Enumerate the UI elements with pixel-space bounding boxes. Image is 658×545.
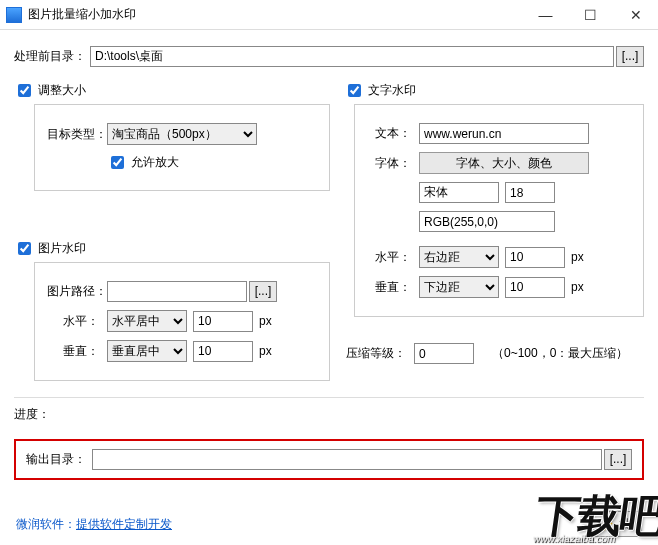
run-button[interactable]: ⚡ 批: [589, 511, 642, 537]
text-wm-checkbox-label: 文字水印: [368, 82, 416, 99]
font-picker-button[interactable]: 字体、大小、颜色: [419, 152, 589, 174]
progress-label: 进度：: [14, 406, 50, 423]
image-wm-group: 图片路径： [...] 水平： 水平居中 px 垂直： 垂直居中 px: [34, 262, 330, 381]
font-color-display: [419, 211, 555, 232]
progress-bar: [50, 407, 644, 423]
resize-group: 目标类型： 淘宝商品（500px） 允许放大: [34, 104, 330, 191]
title-bar: 图片批量缩小加水印 — ☐ ✕: [0, 0, 658, 30]
resize-checkbox-input[interactable]: [18, 84, 31, 97]
source-dir-label: 处理前目录：: [14, 48, 90, 65]
text-wm-text-label: 文本：: [367, 125, 419, 142]
font-name-display: [419, 182, 499, 203]
allow-enlarge-checkbox-input[interactable]: [111, 156, 124, 169]
text-wm-group: 文本： 字体： 字体、大小、颜色 水平： 右: [354, 104, 644, 317]
image-path-input[interactable]: [107, 281, 247, 302]
output-dir-input[interactable]: [92, 449, 602, 470]
image-wm-checkbox-label: 图片水印: [38, 240, 86, 257]
image-wm-v-align-select[interactable]: 垂直居中: [107, 340, 187, 362]
maximize-button[interactable]: ☐: [568, 0, 613, 29]
text-wm-h-label: 水平：: [367, 249, 419, 266]
footer-brand: 微润软件：: [16, 516, 76, 533]
image-wm-checkbox-input[interactable]: [18, 242, 31, 255]
source-dir-input[interactable]: [90, 46, 614, 67]
source-dir-browse-button[interactable]: [...]: [616, 46, 644, 67]
text-wm-v-offset-input[interactable]: [505, 277, 565, 298]
target-type-label: 目标类型：: [47, 126, 107, 143]
image-path-label: 图片路径：: [47, 283, 107, 300]
text-wm-h-align-select[interactable]: 右边距: [419, 246, 499, 268]
text-wm-checkbox[interactable]: 文字水印: [344, 81, 644, 100]
target-type-select[interactable]: 淘宝商品（500px）: [107, 123, 257, 145]
image-wm-h-label: 水平：: [47, 313, 107, 330]
resize-checkbox-label: 调整大小: [38, 82, 86, 99]
source-dir-row: 处理前目录： [...]: [14, 46, 644, 67]
image-wm-h-offset-input[interactable]: [193, 311, 253, 332]
progress-row: 进度：: [14, 406, 644, 423]
window-title: 图片批量缩小加水印: [28, 6, 136, 23]
image-wm-h-align-select[interactable]: 水平居中: [107, 310, 187, 332]
allow-enlarge-label: 允许放大: [131, 154, 179, 171]
text-wm-h-offset-input[interactable]: [505, 247, 565, 268]
text-wm-text-input[interactable]: [419, 123, 589, 144]
text-wm-v-align-select[interactable]: 下边距: [419, 276, 499, 298]
output-dir-browse-button[interactable]: [...]: [604, 449, 632, 470]
text-wm-v-label: 垂直：: [367, 279, 419, 296]
image-wm-h-unit: px: [259, 314, 272, 328]
footer-link[interactable]: 提供软件定制开发: [76, 516, 172, 533]
image-wm-v-label: 垂直：: [47, 343, 107, 360]
compress-label: 压缩等级：: [344, 345, 414, 362]
lightning-icon: ⚡: [600, 517, 615, 531]
output-dir-highlight: 输出目录： [...]: [14, 439, 644, 480]
compress-input[interactable]: [414, 343, 474, 364]
output-dir-label: 输出目录：: [26, 451, 92, 468]
text-wm-font-label: 字体：: [367, 155, 419, 172]
compress-hint: （0~100，0：最大压缩）: [492, 345, 628, 362]
allow-enlarge-checkbox[interactable]: 允许放大: [107, 153, 179, 172]
run-button-label: 批: [619, 516, 631, 533]
app-icon: [6, 7, 22, 23]
close-button[interactable]: ✕: [613, 0, 658, 29]
footer: 微润软件： 提供软件定制开发 ⚡ 批: [16, 511, 642, 537]
text-wm-v-unit: px: [571, 280, 584, 294]
text-wm-h-unit: px: [571, 250, 584, 264]
image-wm-v-offset-input[interactable]: [193, 341, 253, 362]
minimize-button[interactable]: —: [523, 0, 568, 29]
resize-checkbox[interactable]: 调整大小: [14, 81, 330, 100]
text-wm-checkbox-input[interactable]: [348, 84, 361, 97]
image-wm-checkbox[interactable]: 图片水印: [14, 239, 330, 258]
font-size-display: [505, 182, 555, 203]
image-wm-v-unit: px: [259, 344, 272, 358]
image-path-browse-button[interactable]: [...]: [249, 281, 277, 302]
